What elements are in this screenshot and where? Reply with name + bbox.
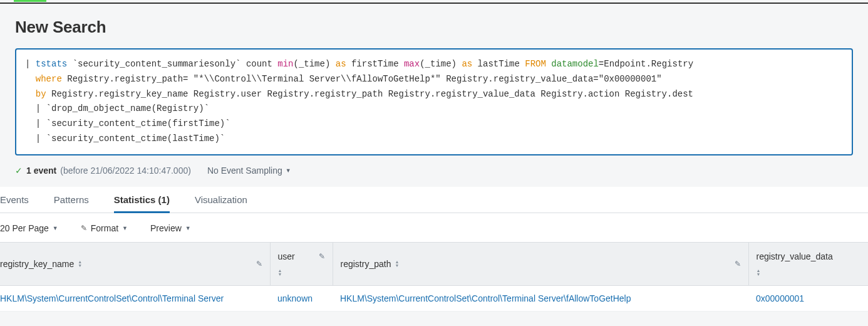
tab-statistics[interactable]: Statistics (1) (114, 187, 170, 213)
sort-icon[interactable]: ▲▼ (757, 269, 761, 276)
per-page-dropdown[interactable]: 20 Per Page ▼ (0, 223, 58, 233)
chevron-down-icon: ▼ (185, 225, 191, 231)
sort-icon[interactable]: ▲▼ (278, 269, 282, 276)
results-table: registry_key_name ▲▼ ✎ user ✎ ▲▼ (0, 242, 868, 312)
tabs: Events Patterns Statistics (1) Visualiza… (0, 187, 868, 213)
sort-icon[interactable]: ▲▼ (78, 260, 82, 268)
tab-events[interactable]: Events (0, 187, 29, 213)
preview-dropdown[interactable]: Preview ▼ (150, 223, 191, 233)
cell-user[interactable]: unknown (277, 293, 325, 303)
column-header-registry-path[interactable]: registry_path ▲▼ ✎ (333, 242, 748, 285)
column-header-registry-key-name[interactable]: registry_key_name ▲▼ ✎ (0, 242, 270, 285)
query-pipe: | (25, 59, 36, 69)
column-header-registry-value-data[interactable]: registry_value_data ✎ ▲▼ (748, 242, 868, 285)
query-macro: `security_content_summariesonly` count (67, 59, 277, 69)
page-title: New Search (15, 18, 853, 37)
pencil-icon[interactable]: ✎ (319, 252, 325, 261)
search-input[interactable]: | tstats `security_content_summariesonly… (15, 48, 853, 155)
format-dropdown[interactable]: ✎ Format ▼ (81, 223, 128, 233)
event-count[interactable]: ✓ 1 event (before 21/06/2022 14:10:47.00… (15, 166, 191, 176)
tab-patterns[interactable]: Patterns (54, 187, 89, 213)
chevron-down-icon: ▼ (53, 225, 58, 231)
chevron-down-icon: ▼ (122, 225, 128, 231)
table-row: HKLM\System\CurrentControlSet\Control\Te… (0, 285, 868, 311)
pencil-icon[interactable]: ✎ (256, 260, 262, 268)
cell-registry-path[interactable]: HKLM\System\CurrentControlSet\Control\Te… (340, 293, 678, 303)
chevron-down-icon: ▼ (286, 167, 291, 174)
check-icon: ✓ (15, 166, 23, 176)
table-controls: 20 Per Page ▼ ✎ Format ▼ Preview ▼ (0, 213, 868, 242)
tab-visualization[interactable]: Visualization (195, 187, 247, 213)
top-border (0, 0, 868, 4)
cell-registry-value-data[interactable]: 0x00000001 (756, 293, 868, 303)
query-cmd: tstats (36, 59, 67, 69)
top-accent (14, 0, 46, 2)
status-row: ✓ 1 event (before 21/06/2022 14:10:47.00… (15, 155, 853, 187)
sort-icon[interactable]: ▲▼ (395, 260, 399, 268)
column-header-user[interactable]: user ✎ ▲▼ (270, 242, 333, 285)
sampling-dropdown[interactable]: No Event Sampling ▼ (207, 166, 291, 176)
pencil-icon[interactable]: ✎ (735, 260, 741, 268)
query-max: max (404, 59, 420, 69)
pencil-icon: ✎ (81, 224, 87, 233)
query-min: min (277, 59, 293, 69)
cell-registry-key-name[interactable]: HKLM\System\CurrentControlSet\Control\Te… (0, 293, 262, 303)
